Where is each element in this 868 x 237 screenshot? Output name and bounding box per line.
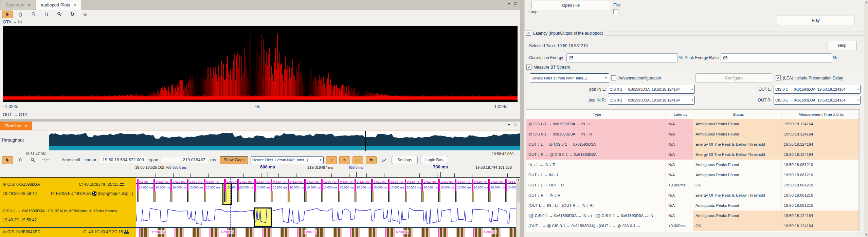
table-row[interactable]: (OUT L → IN ↓ L) - (OUT R → IN ↓ R)N/AAm… (526, 200, 859, 211)
maximize-icon[interactable]: □ (514, 122, 517, 127)
table-row[interactable]: (OUT ↓ → @ CIS 0-1 → 0x61593D3A) - (OUT … (526, 221, 859, 231)
blue-cursor-line[interactable] (230, 178, 231, 237)
play-button[interactable]: Play (777, 16, 854, 25)
show-gaps-button[interactable]: Show Gaps (220, 156, 248, 164)
zoom-selection-tool-icon[interactable] (54, 11, 65, 18)
packet-marker[interactable] (388, 191, 391, 202)
table-row[interactable]: OUT ↓ L → IN ↓ LN/AAmbiguous Peaks Found… (526, 170, 859, 180)
zoom-tool-icon[interactable] (29, 11, 39, 18)
packet-marker[interactable] (388, 179, 390, 191)
packet-marker[interactable] (204, 191, 206, 202)
packet-marker[interactable] (288, 191, 290, 202)
pod-in-r-dropdown[interactable]: CIS 0-1 → 0x61593D3A, 19:50:18.124164▾ (608, 96, 695, 105)
panel-menu-icon[interactable]: ▼ (507, 123, 511, 127)
lea-checkbox[interactable]: ✓ (776, 75, 781, 80)
open-file-button[interactable]: Open File (531, 1, 610, 10)
packet-marker[interactable] (455, 179, 457, 191)
packet-marker[interactable] (170, 179, 172, 191)
packet-marker[interactable] (488, 179, 490, 191)
measure-bt-checkbox[interactable]: ✓ (526, 65, 531, 70)
packet-marker[interactable] (137, 191, 139, 202)
waveform-toggle-icon[interactable]: ∿ (339, 156, 350, 164)
select-tool-icon[interactable] (2, 156, 13, 164)
reset-zoom-icon[interactable]: ↻ (67, 11, 77, 18)
marker-toggle-icon[interactable]: ⚑ (366, 156, 377, 164)
tab-spectrum[interactable]: Spectrum × (1, 0, 35, 10)
packet-marker[interactable] (224, 191, 227, 202)
tab-timeline[interactable]: Timeline × (0, 122, 32, 130)
table-row[interactable]: (@ CIS 0-1 → 0x61593D3A → IN ↓ ) - (@ CI… (526, 211, 859, 221)
configure-button[interactable]: Configure (695, 73, 772, 83)
packet-marker[interactable] (438, 179, 440, 191)
packet-marker[interactable] (237, 191, 240, 202)
packet-marker[interactable] (304, 179, 306, 191)
column-header[interactable]: Measurement Time ± 0.5s (781, 110, 859, 119)
packet-marker[interactable] (355, 179, 356, 191)
correlation-energy-input[interactable]: 25 (566, 53, 678, 62)
zoom-tool-icon[interactable] (28, 157, 38, 164)
packet-marker[interactable] (421, 179, 423, 191)
table-row[interactable]: @ CIS 0-1 → 0x61593D3A → IN ↓ LN/AAmbigu… (526, 119, 859, 129)
scale-percent-icon[interactable]: % (80, 11, 90, 18)
close-icon[interactable]: × (28, 2, 31, 7)
packet-marker[interactable] (472, 179, 473, 191)
panel-menu-icon[interactable]: ▼ (507, 2, 511, 5)
throughput-graph[interactable] (49, 131, 520, 151)
packet-marker[interactable] (153, 191, 156, 202)
advanced-config-checkbox[interactable] (611, 75, 616, 80)
close-icon[interactable]: × (74, 2, 76, 7)
packet-marker[interactable] (472, 191, 474, 202)
packet-marker[interactable] (405, 179, 406, 191)
packet-marker[interactable] (254, 179, 256, 191)
out-r-dropdown[interactable]: CIS 0-1 → 0x61593D3A, 19:50:18.124164▾ (774, 96, 861, 105)
peak-energy-ratio-input[interactable]: 85 (721, 53, 832, 62)
logic-bus-button[interactable]: Logic Bus (420, 156, 448, 164)
select-tool-icon[interactable] (2, 11, 13, 18)
span-value[interactable]: 219.018487 (162, 157, 208, 163)
packet-marker[interactable] (421, 191, 424, 202)
pan-tool-icon[interactable] (16, 11, 26, 18)
packet-marker[interactable] (288, 179, 289, 191)
packet-marker[interactable] (187, 191, 189, 202)
stream-row-selected[interactable]: ⊘ CIS: 0x61593D3A C: 40:1C:83:4F:2C:15 1… (0, 178, 136, 227)
autoscroll-label[interactable]: Autoscroll (61, 158, 80, 162)
packet-marker[interactable] (338, 179, 340, 191)
packet-marker[interactable] (371, 191, 374, 202)
table-row[interactable]: IN ↓ L → IN ↓ RN/AAmbiguous Peaks Found1… (526, 160, 859, 170)
packet-marker[interactable] (455, 191, 457, 202)
packet-marker[interactable] (505, 191, 508, 202)
packet-marker[interactable] (271, 191, 273, 202)
tab-audiopod-plots[interactable]: audiopod Plots × (36, 0, 81, 10)
horizontal-splitter[interactable] (0, 119, 520, 122)
settings-button[interactable]: Settings (392, 156, 418, 164)
scroll-down-icon[interactable]: ▼ (864, 233, 868, 236)
table-row[interactable]: @ CIS 0-1 → 0x61593D3A → IN ↓ RN/AAmbigu… (526, 129, 859, 140)
table-row[interactable]: OUT ↓ R → @ CIS 0-1 → 0x61593D3AN/AEnerg… (526, 149, 859, 160)
packet-marker[interactable] (355, 191, 357, 202)
column-header[interactable]: Status (693, 110, 781, 119)
packet-marker[interactable] (321, 179, 323, 191)
packet-marker[interactable] (438, 191, 440, 202)
cursor-value[interactable]: 19:50:18.634 672 009 (100, 157, 147, 163)
vertical-splitter[interactable] (520, 0, 524, 237)
loop-checkbox[interactable] (613, 9, 618, 14)
column-header[interactable]: Latency (666, 110, 693, 119)
packet-marker[interactable] (338, 191, 340, 202)
packet-marker[interactable] (237, 179, 239, 191)
red-cursor-line[interactable] (329, 178, 329, 237)
table-row[interactable]: OUT ↓ R → IN ↓ RN/AEnergy Of The Peak Is… (526, 190, 859, 201)
chart-icon[interactable] (379, 157, 389, 164)
column-header[interactable]: Type (526, 110, 666, 119)
zoom-pan-tool-icon[interactable] (41, 11, 52, 18)
table-row[interactable]: OUT ↓ L → @ CIS 0-1 → 0x61593D3AN/AEnerg… (526, 139, 859, 150)
packet-marker[interactable] (254, 191, 256, 202)
device-filter-dropdown[interactable]: Device Filter 1 (from NXP_Intel...) ▼ (530, 73, 609, 83)
packet-marker[interactable] (371, 179, 373, 191)
audio-track-toggle-icon[interactable]: ♪ (326, 156, 337, 164)
packet-marker[interactable] (204, 179, 205, 191)
packet-marker[interactable] (187, 179, 189, 191)
audio-waveform[interactable] (136, 204, 516, 227)
scroll-up-icon[interactable]: ▲ (517, 178, 520, 181)
packet-marker[interactable] (505, 179, 507, 191)
packet-marker[interactable] (153, 179, 155, 191)
